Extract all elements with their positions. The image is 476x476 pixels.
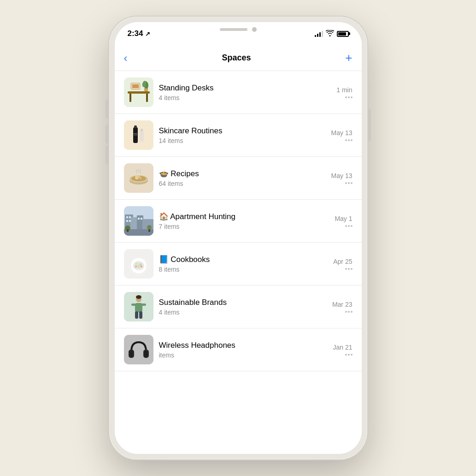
svg-rect-38 <box>127 229 129 232</box>
spaces-list: Standing Desks 4 items 1 min <box>115 71 362 454</box>
svg-rect-54 <box>135 311 138 319</box>
item-subtitle: 14 items <box>159 137 326 144</box>
item-meta: May 1 <box>335 215 352 227</box>
svg-point-46 <box>137 265 140 268</box>
item-subtitle: 7 items <box>159 223 329 230</box>
phone-screen: 2:34 ↗ <box>115 22 362 454</box>
svg-rect-13 <box>141 129 143 131</box>
item-thumbnail <box>124 120 153 150</box>
more-button[interactable] <box>345 225 353 227</box>
svg-point-48 <box>141 266 142 268</box>
more-button[interactable] <box>345 182 353 184</box>
item-title: 📘 Cookbooks <box>159 255 328 264</box>
item-subtitle: 8 items <box>159 266 328 273</box>
notch <box>201 22 275 37</box>
signal-icon <box>315 30 323 37</box>
item-content: 📘 Cookbooks 8 items <box>153 255 334 273</box>
item-thumbnail <box>124 206 153 236</box>
svg-rect-60 <box>129 351 133 357</box>
svg-rect-33 <box>138 218 140 220</box>
phone-frame: 2:34 ↗ <box>109 17 367 459</box>
item-date: Apr 25 <box>333 258 352 265</box>
item-date: Jan 21 <box>333 344 352 351</box>
svg-rect-39 <box>148 229 150 232</box>
svg-rect-11 <box>134 125 137 128</box>
item-meta: May 13 <box>331 172 353 184</box>
svg-rect-14 <box>134 133 137 134</box>
nav-header: ‹ Spaces + <box>115 45 362 71</box>
item-title: Standing Desks <box>159 83 331 93</box>
svg-rect-32 <box>129 220 131 222</box>
svg-rect-51 <box>135 303 142 312</box>
speaker <box>220 28 247 31</box>
list-item[interactable]: Sustainable Brands 4 items Mar 23 <box>115 286 362 328</box>
item-meta: 1 min <box>336 86 352 98</box>
svg-rect-30 <box>129 216 131 218</box>
more-button[interactable] <box>345 311 353 313</box>
more-button[interactable] <box>345 139 353 141</box>
item-content: Sustainable Brands 4 items <box>153 298 332 316</box>
svg-point-47 <box>135 266 137 268</box>
svg-rect-61 <box>144 351 148 357</box>
svg-rect-2 <box>129 94 131 102</box>
status-bar: 2:34 ↗ <box>115 22 362 45</box>
item-title: Sustainable Brands <box>159 298 327 307</box>
svg-rect-12 <box>140 131 144 142</box>
more-button[interactable] <box>345 96 353 98</box>
item-subtitle: items <box>159 351 328 359</box>
back-button[interactable]: ‹ <box>124 50 131 66</box>
list-item[interactable]: Skincare Routines 14 items May 13 <box>115 114 362 157</box>
more-button[interactable] <box>345 268 353 270</box>
item-title: 🍲 Recipes <box>159 169 326 178</box>
list-item[interactable]: 🍲 Recipes 64 items May 13 <box>115 157 362 200</box>
svg-point-22 <box>137 175 140 178</box>
list-item[interactable]: 📘 Cookbooks 8 items Apr 25 <box>115 243 362 286</box>
location-arrow-icon: ↗ <box>145 30 150 37</box>
item-content: 🏠 Apartment Hunting 7 items <box>153 212 335 230</box>
item-thumbnail <box>124 292 153 321</box>
add-button[interactable]: + <box>341 49 352 67</box>
svg-rect-55 <box>139 311 142 319</box>
item-content: 🍲 Recipes 64 items <box>153 169 331 187</box>
list-item[interactable]: 🏠 Apartment Hunting 7 items May 1 <box>115 200 362 243</box>
svg-rect-15 <box>134 135 137 135</box>
svg-rect-31 <box>126 220 128 222</box>
item-date: May 13 <box>331 172 353 179</box>
svg-rect-9 <box>124 120 153 150</box>
status-time: 2:34 ↗ <box>128 29 150 38</box>
item-subtitle: 64 items <box>159 180 326 187</box>
svg-rect-29 <box>126 216 128 218</box>
item-title: 🏠 Apartment Hunting <box>159 212 329 221</box>
wifi-icon <box>326 30 334 38</box>
item-meta: Jan 21 <box>333 344 352 356</box>
svg-rect-3 <box>146 94 148 102</box>
item-date: Mar 23 <box>332 301 353 308</box>
more-button[interactable] <box>345 354 353 356</box>
item-thumbnail <box>124 77 153 107</box>
item-meta: Mar 23 <box>332 301 353 313</box>
item-subtitle: 4 items <box>159 94 331 101</box>
svg-rect-57 <box>124 335 153 364</box>
list-item[interactable]: Standing Desks 4 items 1 min <box>115 71 362 114</box>
item-thumbnail <box>124 163 153 193</box>
svg-rect-34 <box>141 218 142 220</box>
item-content: Standing Desks 4 items <box>153 83 337 101</box>
page-title: Spaces <box>222 53 251 63</box>
battery-icon <box>337 31 349 37</box>
item-title: Wireless Headphones <box>159 341 328 350</box>
svg-point-37 <box>147 225 152 230</box>
item-subtitle: 4 items <box>159 309 327 316</box>
list-item[interactable]: Wireless Headphones items Jan 21 <box>115 328 362 371</box>
svg-point-56 <box>136 295 141 299</box>
svg-rect-52 <box>131 303 136 306</box>
svg-rect-8 <box>132 84 139 88</box>
svg-rect-53 <box>141 303 146 306</box>
item-content: Skincare Routines 14 items <box>153 126 331 144</box>
item-meta: May 13 <box>331 129 353 141</box>
item-thumbnail <box>124 335 153 364</box>
svg-rect-1 <box>128 91 150 94</box>
item-date: 1 min <box>336 86 352 94</box>
item-meta: Apr 25 <box>333 258 352 270</box>
item-date: May 13 <box>331 129 353 137</box>
item-date: May 1 <box>335 215 352 222</box>
